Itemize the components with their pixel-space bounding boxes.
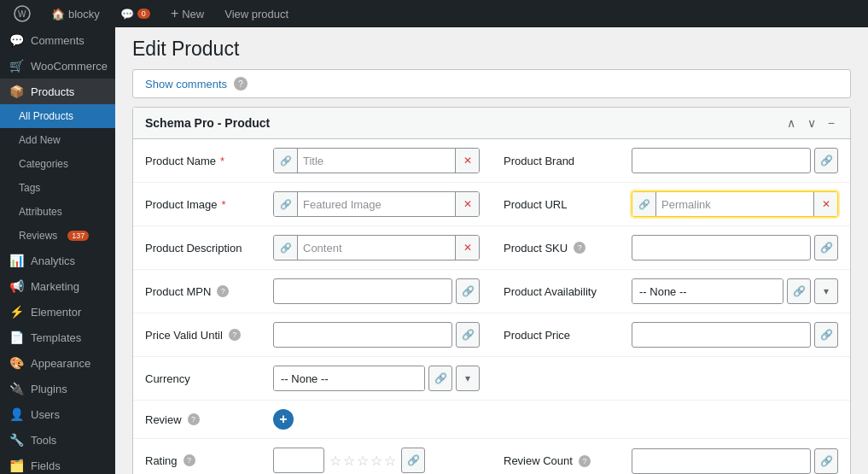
- schema-collapse-up-button[interactable]: ∧: [784, 114, 799, 132]
- show-comments-link[interactable]: Show comments: [145, 78, 227, 91]
- sidebar-item-plugins[interactable]: 🔌 Plugins: [0, 376, 115, 401]
- product-availability-arrow-button[interactable]: ▾: [814, 278, 838, 304]
- elementor-icon: ⚡: [9, 305, 24, 319]
- product-image-field-wrap: 🔗 ✕: [273, 191, 480, 217]
- product-brand-input[interactable]: [632, 148, 811, 173]
- price-valid-until-input[interactable]: [273, 322, 452, 348]
- product-sku-help-icon[interactable]: ?: [574, 242, 585, 254]
- star-1[interactable]: ☆: [329, 453, 341, 469]
- review-label: Review ?: [145, 413, 265, 426]
- sidebar-item-add-new[interactable]: Add New: [0, 128, 115, 152]
- product-url-link-icon: 🔗: [632, 191, 656, 217]
- sidebar-item-comments[interactable]: 💬 Comments: [0, 27, 115, 53]
- sidebar-item-woocommerce[interactable]: 🛒 WooCommerce: [0, 53, 115, 79]
- show-comments-info-icon[interactable]: ?: [234, 77, 248, 91]
- star-3[interactable]: ☆: [357, 453, 369, 469]
- currency-select[interactable]: -- None -- USD EUR GBP: [274, 366, 424, 391]
- product-description-input-group: 🔗 ✕: [273, 235, 480, 260]
- main-content: Edit Product Show comments ? Schema Pro …: [115, 0, 868, 474]
- product-sku-field-wrap: 🔗: [632, 235, 838, 260]
- product-mpn-link-button[interactable]: 🔗: [456, 278, 480, 304]
- admin-bar-home[interactable]: 🏠 blocky: [44, 0, 107, 27]
- rating-help-icon[interactable]: ?: [184, 454, 195, 466]
- sidebar-item-tags[interactable]: Tags: [0, 176, 115, 200]
- price-valid-until-link-button[interactable]: 🔗: [456, 322, 480, 348]
- fields-icon: 🗂️: [9, 459, 24, 472]
- product-mpn-help-icon[interactable]: ?: [217, 285, 229, 297]
- product-price-row: Product Price 🔗: [492, 313, 850, 357]
- sidebar-item-fields[interactable]: 🗂️ Fields: [0, 453, 115, 474]
- product-brand-link-button[interactable]: 🔗: [814, 148, 838, 173]
- sidebar-item-reviews[interactable]: Reviews 137: [0, 224, 115, 248]
- product-sku-input[interactable]: [632, 235, 811, 260]
- product-name-input[interactable]: [298, 149, 455, 173]
- product-url-clear-icon[interactable]: ✕: [813, 191, 837, 217]
- admin-bar: W 🏠 blocky 💬 0 + New View product: [0, 0, 868, 27]
- product-url-input[interactable]: [656, 192, 813, 216]
- product-url-label: Product URL: [504, 198, 623, 211]
- sidebar-item-all-products[interactable]: All Products: [0, 104, 115, 128]
- rating-text-input[interactable]: [273, 448, 324, 473]
- star-2[interactable]: ☆: [343, 453, 355, 469]
- review-count-field-wrap: 🔗: [632, 448, 838, 474]
- product-name-clear-icon[interactable]: ✕: [455, 148, 479, 173]
- product-availability-link-button[interactable]: 🔗: [787, 278, 811, 304]
- add-review-button[interactable]: +: [273, 409, 294, 430]
- product-availability-select[interactable]: -- None -- In Stock Out of Stock: [632, 278, 783, 304]
- schema-box-header: Schema Pro - Product ∧ ∨ −: [133, 108, 850, 139]
- admin-bar-view-product[interactable]: View product: [218, 0, 295, 27]
- plus-icon: +: [171, 6, 178, 21]
- price-valid-until-field-wrap: 🔗: [273, 322, 480, 348]
- star-4[interactable]: ☆: [370, 453, 382, 469]
- sidebar: 💬 Comments 🛒 WooCommerce 📦 Products All …: [0, 0, 115, 474]
- product-name-row: Product Name * 🔗 ✕: [133, 139, 492, 183]
- schema-close-button[interactable]: −: [824, 114, 838, 132]
- sidebar-item-tools[interactable]: 🔧 Tools: [0, 427, 115, 453]
- product-description-row: Product Description 🔗 ✕: [133, 226, 492, 270]
- product-sku-link-button[interactable]: 🔗: [814, 235, 838, 260]
- review-count-help-icon[interactable]: ?: [579, 455, 591, 467]
- sidebar-item-users[interactable]: 👤 Users: [0, 401, 115, 427]
- rating-row: Rating ? ☆ ☆ ☆ ☆ ☆: [133, 439, 492, 474]
- product-image-input[interactable]: [298, 192, 455, 216]
- review-help-icon[interactable]: ?: [188, 413, 200, 425]
- product-brand-row: Product Brand 🔗: [492, 139, 850, 183]
- product-description-clear-icon[interactable]: ✕: [455, 235, 479, 260]
- sidebar-item-attributes[interactable]: Attributes: [0, 200, 115, 224]
- sidebar-item-templates[interactable]: 📄 Templates: [0, 325, 115, 350]
- schema-collapse-down-button[interactable]: ∨: [804, 114, 819, 132]
- admin-bar-comments[interactable]: 💬 0: [114, 0, 157, 27]
- product-price-label: Product Price: [504, 329, 623, 342]
- admin-bar-new[interactable]: + New: [164, 0, 211, 27]
- currency-link-button[interactable]: 🔗: [428, 366, 452, 391]
- product-availability-field-wrap: -- None -- In Stock Out of Stock 🔗 ▾: [632, 278, 838, 304]
- sidebar-item-products[interactable]: 📦 Products: [0, 79, 115, 104]
- review-row: Review ? +: [133, 401, 492, 439]
- comments-icon: 💬: [120, 8, 134, 20]
- product-mpn-input[interactable]: [273, 278, 452, 304]
- form-grid: Product Name * 🔗 ✕ Product Brand: [133, 139, 850, 474]
- product-description-input[interactable]: [298, 236, 455, 260]
- sidebar-item-appearance[interactable]: 🎨 Appearance: [0, 350, 115, 376]
- review-count-input[interactable]: [632, 448, 811, 474]
- rating-link-button[interactable]: 🔗: [401, 448, 425, 473]
- star-5[interactable]: ☆: [384, 453, 396, 469]
- product-sku-label: Product SKU ?: [504, 242, 623, 255]
- show-comments-bar: Show comments ?: [132, 69, 851, 98]
- rating-input-wrap: ☆ ☆ ☆ ☆ ☆ 🔗: [273, 448, 480, 473]
- page-title: Edit Product: [132, 38, 851, 61]
- price-valid-until-help-icon[interactable]: ?: [229, 329, 241, 341]
- review-count-link-button[interactable]: 🔗: [814, 448, 838, 474]
- empty-row: [492, 357, 850, 401]
- sidebar-item-elementor[interactable]: ⚡ Elementor: [0, 299, 115, 325]
- product-image-clear-icon[interactable]: ✕: [455, 191, 479, 217]
- currency-arrow-button[interactable]: ▾: [456, 366, 480, 391]
- currency-select-wrap: -- None -- USD EUR GBP: [273, 366, 425, 391]
- product-mpn-label: Product MPN ?: [145, 285, 265, 298]
- admin-bar-wp-logo[interactable]: W: [7, 0, 38, 27]
- sidebar-item-categories[interactable]: Categories: [0, 152, 115, 176]
- sidebar-item-marketing[interactable]: 📢 Marketing: [0, 273, 115, 299]
- sidebar-item-analytics[interactable]: 📊 Analytics: [0, 248, 115, 273]
- product-price-link-button[interactable]: 🔗: [814, 322, 838, 348]
- product-price-input[interactable]: [632, 322, 811, 348]
